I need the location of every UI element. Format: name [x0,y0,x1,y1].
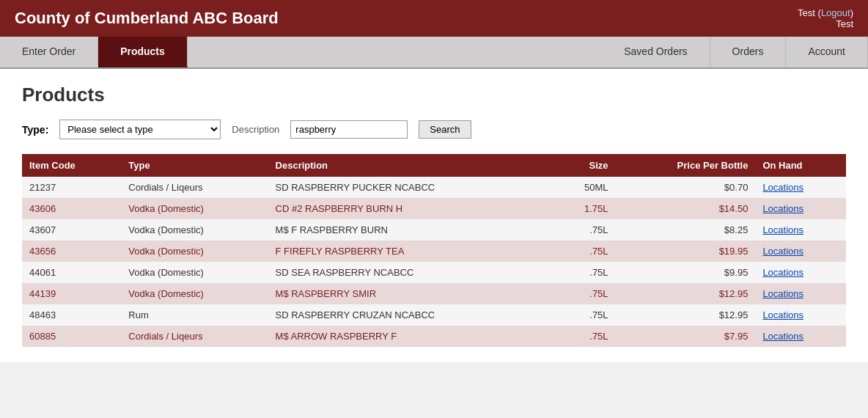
cell-price: $9.95 [616,262,756,283]
locations-link[interactable]: Locations [762,309,803,320]
cell-type: Vodka (Domestic) [121,283,268,304]
cell-price: $14.50 [616,198,756,219]
cell-description: M$ ARROW RASPBERRY F [268,326,553,347]
cell-description: F FIREFLY RASPBERRY TEA [268,241,553,262]
locations-link[interactable]: Locations [762,267,803,278]
nav-products[interactable]: Products [98,37,188,67]
locations-link[interactable]: Locations [762,182,803,193]
cell-item_code: 44139 [22,283,121,304]
locations-link[interactable]: Locations [762,246,803,257]
cell-description: M$ F RASPBERRY BURN [268,219,553,241]
table-row: 43606Vodka (Domestic)CD #2 RASPBERRY BUR… [22,198,846,219]
cell-price: $19.95 [616,241,756,262]
cell-type: Vodka (Domestic) [121,241,268,262]
table-row: 43607Vodka (Domestic)M$ F RASPBERRY BURN… [22,219,846,241]
cell-item_code: 21237 [22,177,121,198]
locations-link[interactable]: Locations [762,224,803,235]
cell-size: 1.75L [553,198,616,219]
col-size: Size [553,154,616,177]
cell-type: Vodka (Domestic) [121,262,268,283]
cell-on_hand[interactable]: Locations [755,241,846,262]
cell-description: CD #2 RASPBERRY BURN H [268,198,553,219]
user-label: Test [836,18,853,29]
cell-description: SD SEA RASPBERRY NCABCC [268,262,553,283]
navigation: Enter Order Products Saved Orders Orders… [0,37,868,69]
cell-on_hand[interactable]: Locations [755,198,846,219]
main-content: Products Type: Please select a typeCordi… [0,69,868,362]
cell-size: .75L [553,219,616,241]
cell-size: .75L [553,326,616,347]
col-description: Description [268,154,553,177]
cell-size: 50ML [553,177,616,198]
col-item_code: Item Code [22,154,121,177]
locations-link[interactable]: Locations [762,331,803,342]
cell-price: $12.95 [616,283,756,304]
nav-account[interactable]: Account [786,37,868,67]
locations-link[interactable]: Locations [762,203,803,214]
username-display: Test [798,7,815,18]
cell-type: Vodka (Domestic) [121,198,268,219]
cell-type: Vodka (Domestic) [121,219,268,241]
logout-link[interactable]: Logout [821,7,850,18]
page-title: Products [22,84,846,106]
table-body: 21237Cordials / LiqeursSD RASPBERRY PUCK… [22,177,846,347]
cell-on_hand[interactable]: Locations [755,262,846,283]
table-row: 21237Cordials / LiqeursSD RASPBERRY PUCK… [22,177,846,198]
cell-on_hand[interactable]: Locations [755,219,846,241]
cell-size: .75L [553,241,616,262]
products-table: Item CodeTypeDescriptionSizePrice Per Bo… [22,154,846,347]
cell-on_hand[interactable]: Locations [755,283,846,304]
cell-price: $0.70 [616,177,756,198]
type-label: Type: [22,124,48,136]
cell-item_code: 44061 [22,262,121,283]
nav-orders[interactable]: Orders [710,37,787,67]
col-on_hand: On Hand [755,154,846,177]
cell-type: Cordials / Liqeurs [121,326,268,347]
cell-type: Cordials / Liqeurs [121,177,268,198]
table-row: 60885Cordials / LiqeursM$ ARROW RASPBERR… [22,326,846,347]
cell-size: .75L [553,283,616,304]
table-header: Item CodeTypeDescriptionSizePrice Per Bo… [22,154,846,177]
user-info: Test (Logout) Test [798,7,853,29]
col-price: Price Per Bottle [616,154,756,177]
description-input[interactable] [290,120,408,139]
cell-type: Rum [121,304,268,326]
cell-description: SD RASPBERRY PUCKER NCABCC [268,177,553,198]
cell-on_hand[interactable]: Locations [755,326,846,347]
cell-size: .75L [553,262,616,283]
search-button[interactable]: Search [419,120,471,139]
cell-item_code: 43607 [22,219,121,241]
search-form: Type: Please select a typeCordials / Liq… [22,120,846,139]
cell-price: $7.95 [616,326,756,347]
nav-saved-orders[interactable]: Saved Orders [602,37,710,67]
cell-description: SD RASPBERRY CRUZAN NCABCC [268,304,553,326]
col-type: Type [121,154,268,177]
type-select[interactable]: Please select a typeCordials / LiqeursVo… [59,120,221,139]
locations-link[interactable]: Locations [762,288,803,299]
nav-enter-order[interactable]: Enter Order [0,37,98,67]
cell-price: $8.25 [616,219,756,241]
site-title: County of Cumberland ABC Board [15,9,279,28]
cell-price: $12.95 [616,304,756,326]
table-row: 48463RumSD RASPBERRY CRUZAN NCABCC.75L$1… [22,304,846,326]
header: County of Cumberland ABC Board Test (Log… [0,0,868,37]
cell-item_code: 43656 [22,241,121,262]
cell-size: .75L [553,304,616,326]
description-label: Description [232,124,279,135]
cell-on_hand[interactable]: Locations [755,177,846,198]
cell-item_code: 43606 [22,198,121,219]
table-row: 43656Vodka (Domestic)F FIREFLY RASPBERRY… [22,241,846,262]
cell-description: M$ RASPBERRY SMIR [268,283,553,304]
cell-item_code: 60885 [22,326,121,347]
cell-on_hand[interactable]: Locations [755,304,846,326]
table-row: 44061Vodka (Domestic)SD SEA RASPBERRY NC… [22,262,846,283]
table-row: 44139Vodka (Domestic)M$ RASPBERRY SMIR.7… [22,283,846,304]
cell-item_code: 48463 [22,304,121,326]
